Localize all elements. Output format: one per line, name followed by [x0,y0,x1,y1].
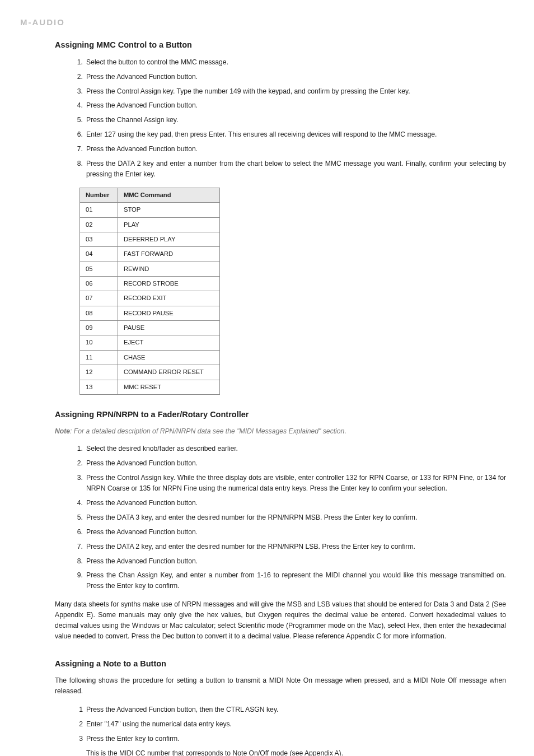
table-cell: 02 [80,217,118,232]
step-num: 7. [74,542,86,552]
table-cell: 01 [80,203,118,217]
step-num: 8. [74,556,86,567]
step-text: Press the DATA 3 key, and enter the desi… [86,512,506,523]
table-cell: 07 [80,291,118,306]
step-num: 6. [74,129,86,140]
table-cell: PAUSE [118,321,220,335]
table-cell: 03 [80,232,118,246]
table-cell: MMC RESET [118,380,220,394]
step-num: 8. [74,158,86,180]
step-text: Press the Advanced Function button. [86,556,506,567]
table-header: MMC Command [118,188,220,202]
table-cell: FAST FORWARD [118,247,220,262]
step-num: 3 [74,734,86,744]
step-num: 4. [74,100,86,111]
table-row: 11CHASE [80,350,220,365]
table-cell: 11 [80,350,118,365]
step-text: Press the Advanced Function button. [86,100,506,111]
steps-note: 1Press the Advanced Function button, the… [74,704,514,756]
table-cell: CHASE [118,350,220,365]
step-text: Select the button to control the MMC mes… [86,57,506,68]
steps-rpn: 1.Select the desired knob/fader as descr… [74,444,514,591]
step-num: 3. [74,473,86,494]
table-row: 05REWIND [80,262,220,276]
intro-note: The following shows the procedure for se… [55,675,514,697]
table-cell: RECORD PAUSE [118,306,220,320]
step-num: 7. [74,144,86,155]
step-text: Press the Advanced Function button. [86,527,506,538]
step-text: Press the Chan Assign Key, and enter a n… [86,570,506,591]
step-text: Press the DATA 2 key, and enter the desi… [86,542,506,552]
step-text: Press the Advanced Function button. [86,72,506,82]
step-num: 1. [74,444,86,454]
table-cell: DEFERRED PLAY [118,232,220,246]
table-cell: 10 [80,335,118,350]
table-row: 13MMC RESET [80,380,220,394]
steps-mmc: 1.Select the button to control the MMC m… [74,57,514,180]
table-cell: PLAY [118,217,220,232]
step-text: Press the Advanced Function button. [86,498,506,508]
step-text: Press the DATA 2 key and enter a number … [86,158,506,180]
step-text: Select the desired knob/fader as describ… [86,444,506,454]
table-row: 09PAUSE [80,321,220,335]
table-cell: RECORD EXIT [118,291,220,306]
step-num: 3. [74,86,86,97]
step-text: Press the Control Assign key. While the … [86,473,506,494]
table-row: 06RECORD STROBE [80,277,220,291]
table-cell: REWIND [118,262,220,276]
step-text: Press the Advanced Function button. [86,144,506,155]
table-cell: COMMAND ERROR RESET [118,365,220,380]
heading-rpn: Assigning RPN/NRPN to a Fader/Rotary Con… [55,408,514,421]
step-text: Enter "147" using the numerical data ent… [86,719,506,730]
table-cell: 04 [80,247,118,262]
step-text: Press the Channel Assign key. [86,115,506,125]
step-num: 4. [74,498,86,508]
table-row: 12COMMAND ERROR RESET [80,365,220,380]
heading-note: Assigning a Note to a Button [55,657,514,670]
step-text: This is the MIDI CC number that correspo… [86,748,506,756]
brand-logo: M-AUDIO [20,16,514,29]
step-num: 2 [74,719,86,730]
step-num: 6. [74,527,86,538]
table-row: 01STOP [80,203,220,217]
table-row: 10EJECT [80,335,220,350]
step-text: Press the Control Assign key. Type the n… [86,86,506,97]
step-num: 2. [74,72,86,82]
step-num: 9. [74,570,86,591]
note-rpn: Note: For a detailed description of RPN/… [55,426,514,437]
table-cell: 13 [80,380,118,394]
step-text: Press the Advanced Function button, then… [86,704,506,715]
table-cell: 06 [80,277,118,291]
step-num: 1 [74,704,86,715]
table-row: 03DEFERRED PLAY [80,232,220,246]
step-text: Press the Enter key to confirm. [86,734,506,744]
table-row: 08RECORD PAUSE [80,306,220,320]
table-row: 02PLAY [80,217,220,232]
table-cell: 05 [80,262,118,276]
step-text: Press the Advanced Function button. [86,458,506,469]
step-num: 2. [74,458,86,469]
step-num: 5. [74,115,86,125]
step-num: 1. [74,57,86,68]
step-num: 5. [74,512,86,523]
heading-mmc: Assigning MMC Control to a Button [55,39,514,51]
note-text: : For a detailed description of RPN/NRPN… [70,427,346,435]
step-text: Enter 127 using the key pad, then press … [86,129,506,140]
step-num [74,748,86,756]
mmc-table: Number MMC Command 01STOP02PLAY03DEFERRE… [79,188,220,395]
table-row: 07RECORD EXIT [80,291,220,306]
table-cell: RECORD STROBE [118,277,220,291]
paragraph-rpn: Many data sheets for synths make use of … [55,599,514,642]
table-cell: 12 [80,365,118,380]
note-label: Note [55,427,70,435]
table-cell: 09 [80,321,118,335]
table-cell: 08 [80,306,118,320]
table-cell: EJECT [118,335,220,350]
table-header: Number [80,188,118,202]
table-row: 04FAST FORWARD [80,247,220,262]
table-cell: STOP [118,203,220,217]
